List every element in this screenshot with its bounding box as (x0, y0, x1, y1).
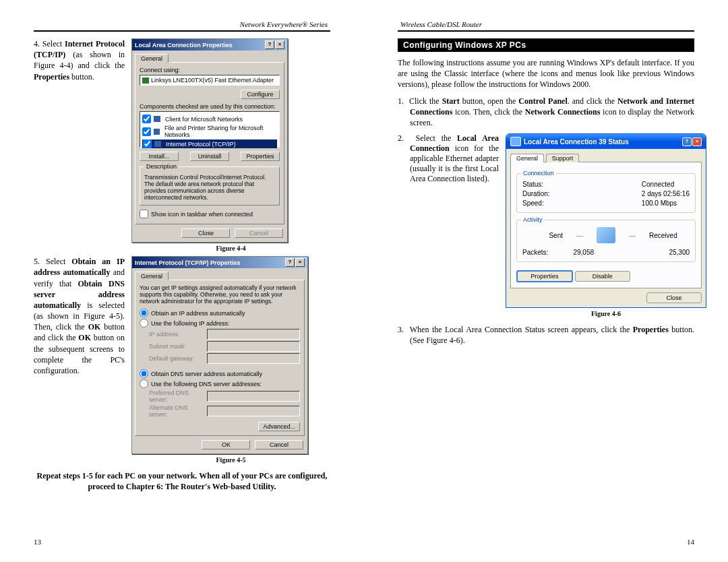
tab-general[interactable]: General (135, 54, 169, 63)
page-number-right: 14 (687, 538, 694, 546)
tab-strip: General (132, 51, 287, 62)
xp-titlebar[interactable]: Local Area Connection 39 Status ? × (506, 134, 706, 149)
step4-a: Select (42, 39, 65, 49)
dur-val: 2 days 02:56:16 (642, 190, 690, 197)
components-label: Components checked are used by this conn… (140, 103, 280, 110)
chk-client[interactable] (142, 115, 151, 123)
uninstall-button[interactable]: Uninstall (190, 152, 229, 161)
radio-auto-ip[interactable] (140, 309, 148, 317)
dur-lbl: Duration: (522, 190, 642, 197)
comp-tcpip-selected[interactable]: Internet Protocol (TCP/IP) (142, 139, 277, 148)
radio-use-dns[interactable] (140, 379, 148, 388)
dlg-tcpip-properties: Internet Protocol (TCP/IP) Properties ? … (131, 256, 308, 454)
ip-lbl: IP address: (149, 331, 203, 338)
xp-close-button[interactable]: Close (646, 292, 702, 303)
comp3: Internet Protocol (TCP/IP) (166, 141, 236, 148)
adapter-field: Linksys LNE100TX(v5) Fast Ethernet Adapt… (140, 75, 280, 86)
help45-icon[interactable]: ? (285, 258, 295, 267)
r-obtain-dns[interactable]: Obtain DNS server address automatically (140, 369, 300, 378)
step4-text: 4. Select Internet Protocol (TCP/IP) (as… (34, 38, 125, 252)
act-header: Sent — — Received (522, 227, 690, 243)
dns-grid: Preferred DNS server: Alternate DNS serv… (149, 389, 300, 418)
tcpip-icon (154, 141, 161, 147)
configure-button[interactable]: Configure (241, 90, 280, 99)
help-icon[interactable]: ? (265, 40, 274, 49)
close-button[interactable]: Close (181, 228, 230, 238)
ok-button[interactable]: OK (202, 440, 250, 449)
r-use-dns[interactable]: Use the following DNS server addresses: (140, 379, 300, 388)
xp-tabstrip: General Support (510, 153, 702, 162)
step5-text: 5. Select Obtain an IP address automatic… (34, 256, 125, 464)
page-right: Wireless Cable/DSL Router Configuring Wi… (364, 0, 728, 562)
recv-val: 25,300 (619, 249, 690, 256)
figure-4-4-wrap: Local Area Connection Properties ? × Gen… (131, 38, 330, 252)
fig44-caption: Figure 4-4 (131, 245, 330, 252)
xp-body: General Support Connection Status:Connec… (506, 149, 706, 307)
step4-num: 4. (34, 39, 40, 49)
s1a: Click the (409, 96, 442, 106)
adns-lbl: Alternate DNS server: (149, 404, 203, 418)
s3n: 3. (398, 325, 404, 334)
s5f: OK (88, 322, 101, 332)
title45-btns: ? × (285, 258, 305, 267)
tab45-general[interactable]: General (135, 272, 169, 280)
activity-icon (597, 227, 615, 243)
step2-text: 2. Select the Local Area Connection icon… (398, 133, 499, 184)
step1: 1. Click the Start button, open the Cont… (398, 96, 694, 129)
recv-lbl: Received (649, 232, 690, 239)
radio-use-ip[interactable] (140, 319, 148, 327)
mask-lbl: Subnet mask: (149, 343, 203, 350)
r-use-ip[interactable]: Use the following IP address: (140, 319, 300, 327)
title-text: Local Area Connection Properties (135, 42, 233, 49)
step3: 3. When the Local Area Connection Status… (398, 324, 694, 346)
close45-icon[interactable]: × (295, 258, 305, 267)
radio-auto-dns[interactable] (140, 369, 148, 378)
step4-b2: Properties (34, 72, 69, 82)
r-obtain-ip[interactable]: Obtain an IP address automatically (140, 309, 300, 317)
chk-tcpip[interactable] (143, 139, 152, 148)
chk-showicon[interactable] (140, 210, 148, 218)
page-header-right: Wireless Cable/DSL Router (398, 20, 694, 32)
description-group: Description Transmission Control Protoco… (140, 166, 280, 206)
components-list[interactable]: Client for Microsoft Networks File and P… (140, 111, 280, 148)
pdns-field (207, 391, 300, 402)
comp-fileshare[interactable]: File and Printer Sharing for Microsoft N… (142, 125, 277, 138)
description-legend: Description (144, 163, 179, 170)
dlg-lac-properties: Local Area Connection Properties ? × Gen… (131, 38, 288, 243)
r4-lbl: Use the following DNS server addresses: (151, 381, 262, 387)
xp-close-icon[interactable]: × (692, 137, 702, 146)
cancel45-button[interactable]: Cancel (255, 440, 303, 449)
install-button[interactable]: Install... (140, 152, 179, 161)
speed-lbl: Speed: (522, 199, 642, 207)
advanced-button[interactable]: Advanced... (258, 422, 300, 431)
close-icon[interactable]: × (275, 40, 284, 49)
connection-icon (510, 137, 521, 146)
xp-tab-support[interactable]: Support (546, 154, 580, 162)
xp-help-icon[interactable]: ? (682, 137, 692, 146)
chk-fileshare[interactable] (142, 127, 151, 136)
xp-properties-button[interactable]: Properties (516, 270, 573, 282)
cancel-button: Cancel (235, 228, 283, 238)
step4-row: 4. Select Internet Protocol (TCP/IP) (as… (34, 38, 330, 252)
xp-disable-button[interactable]: Disable (575, 271, 630, 282)
show-icon-row[interactable]: Show icon in taskbar when connected (140, 210, 280, 218)
figure-4-5-wrap: Internet Protocol (TCP/IP) Properties ? … (131, 256, 330, 464)
s2n: 2. (398, 133, 404, 143)
panel-general: Connect using: Linksys LNE100TX(v5) Fast… (135, 62, 284, 224)
xp-tab-general[interactable]: General (510, 154, 544, 162)
comp1: Client for Microsoft Networks (165, 116, 243, 123)
page-spread: Network Everywhere® Series 4. Select Int… (0, 0, 728, 562)
titlebar[interactable]: Local Area Connection Properties ? × (132, 39, 287, 51)
step5-num: 5. (34, 257, 40, 266)
s1b: Start (442, 96, 460, 106)
s5h: OK (78, 333, 91, 342)
titlebar45[interactable]: Internet Protocol (TCP/IP) Properties ? … (132, 257, 307, 268)
comp-client[interactable]: Client for Microsoft Networks (142, 115, 277, 123)
grp-act-legend: Activity (521, 216, 545, 223)
fig46-caption: Figure 4-6 (506, 310, 706, 317)
properties-button[interactable]: Properties (241, 152, 280, 161)
gw-field (207, 353, 300, 364)
pdns-lbl: Preferred DNS server: (149, 389, 203, 403)
grp-activity: Activity Sent — — Received Packets: (516, 220, 696, 262)
s5a: Select (46, 257, 71, 266)
